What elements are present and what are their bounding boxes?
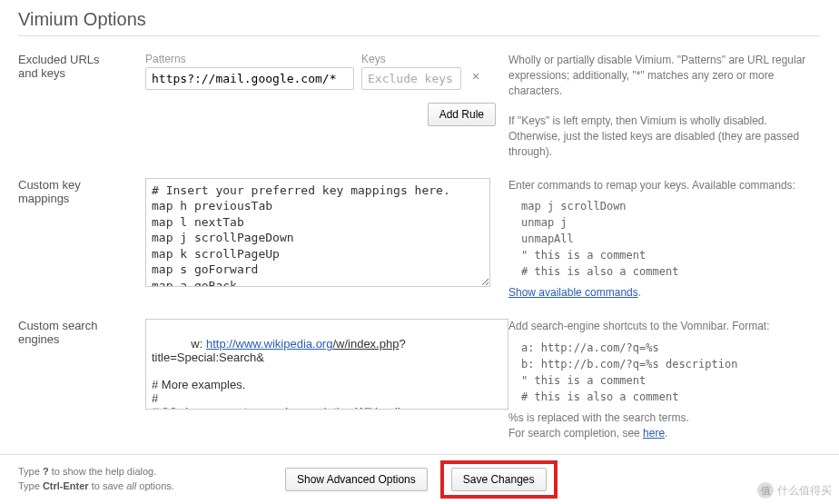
search-engines-textarea[interactable]: w: http://www.wikipedia.org/w/index.php?… xyxy=(145,319,508,410)
save-changes-button[interactable]: Save Changes xyxy=(451,468,547,491)
mappings-help: Enter commands to remap your keys. Avail… xyxy=(508,178,821,193)
show-advanced-button[interactable]: Show Advanced Options xyxy=(285,468,428,491)
engines-help-out1: %s is replaced with the search terms. xyxy=(508,410,821,426)
keys-header: Keys xyxy=(361,53,461,65)
excluded-label-1: Excluded URLs xyxy=(18,53,100,66)
keys-input[interactable] xyxy=(361,67,461,90)
show-commands-link[interactable]: Show available commands xyxy=(508,286,638,299)
patterns-header: Patterns xyxy=(145,53,354,65)
engines-help-code: a: http://a.com/?q=%s b: http://b.com/?q… xyxy=(521,340,821,405)
here-link[interactable]: here xyxy=(643,427,665,440)
watermark: 值 什么值得买 xyxy=(757,482,832,499)
engines-label-1: Custom search xyxy=(18,319,97,332)
excluded-help-2: If "Keys" is left empty, then Vimium is … xyxy=(508,114,821,159)
excluded-label-2: and keys xyxy=(18,66,65,80)
page-title: Vimium Options xyxy=(18,9,821,36)
engines-label-2: engines xyxy=(18,332,60,346)
key-mappings-textarea[interactable] xyxy=(145,178,490,287)
mappings-label-1: Custom key xyxy=(18,178,81,192)
excluded-help-1: Wholly or partially disable Vimium. "Pat… xyxy=(508,53,821,98)
watermark-text: 什么值得买 xyxy=(777,483,832,499)
mappings-label-2: mappings xyxy=(18,192,69,205)
footer-help-text: Type ? to show the help dialog. Type Ctr… xyxy=(18,465,272,493)
pattern-input[interactable] xyxy=(145,67,354,90)
remove-rule-icon[interactable]: × xyxy=(469,65,483,87)
mappings-help-code: map j scrollDown unmap j unmapAll " this… xyxy=(521,198,821,280)
wiki-host-link[interactable]: http://www.wikipedia.org xyxy=(206,337,332,351)
watermark-icon: 值 xyxy=(757,482,774,499)
save-highlight: Save Changes xyxy=(440,460,558,499)
add-rule-button[interactable]: Add Rule xyxy=(428,103,496,126)
engines-help: Add search-engine shortcuts to the Vomni… xyxy=(508,319,821,334)
